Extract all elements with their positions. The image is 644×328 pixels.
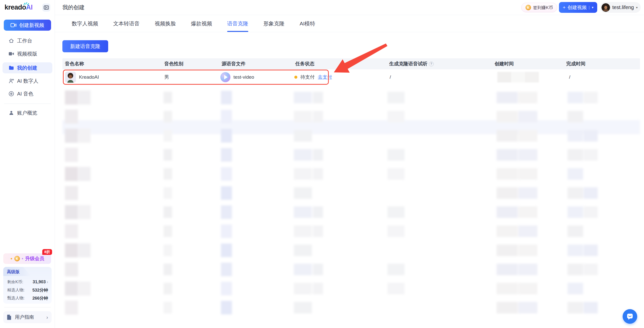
play-audio-icon[interactable] — [220, 72, 230, 82]
blurred-cell — [497, 245, 518, 256]
blurred-cell — [164, 206, 172, 218]
create-new-video-button[interactable]: 创建新视频 — [4, 20, 51, 31]
blurred-cell — [164, 168, 172, 180]
tab-viral-video[interactable]: 爆款视频 — [191, 15, 212, 32]
blurred-cell — [497, 187, 518, 199]
tab-digital-human-video[interactable]: 数字人视频 — [72, 15, 98, 32]
column-voice-gender: 音色性别 — [164, 58, 183, 69]
tab-voice-clone[interactable]: 语音克隆 — [227, 15, 248, 32]
sidebar-item-label: 工作台 — [17, 37, 32, 44]
sidebar-item-my-creations[interactable]: 我的创建 — [3, 62, 52, 73]
blurred-cell — [313, 264, 323, 275]
blurred-cell — [584, 149, 598, 161]
new-voice-clone-button[interactable]: 新建语音克隆 — [62, 40, 108, 52]
blurred-cell — [294, 130, 312, 142]
blurred-cell — [313, 283, 323, 294]
plan-row-value: 31,903 — [33, 279, 46, 285]
blurred-cell — [294, 283, 312, 294]
plan-row-label: 剩余K币: — [7, 279, 23, 285]
blurred-cell — [568, 302, 583, 313]
sidebar-item-ai-voice[interactable]: AI 音色 — [0, 87, 55, 100]
info-icon[interactable]: ? — [429, 62, 434, 66]
sidebar-item-video-templates[interactable]: 视频模版 — [0, 47, 55, 60]
blurred-cell — [65, 110, 78, 124]
create-video-button[interactable]: + 创建视频 | ▾ — [559, 2, 597, 13]
blurred-cell — [518, 168, 537, 180]
logo-row: kreadoAI — [5, 4, 52, 13]
blurred-cell — [568, 283, 583, 294]
upgrade-membership-button[interactable]: ✦ K ✦ 升级会员 — [3, 253, 51, 264]
tab-image-clone[interactable]: 形象克隆 — [263, 15, 285, 32]
blurred-cell — [518, 92, 537, 103]
status-text: 待支付 — [300, 74, 315, 80]
tab-text-to-speech[interactable]: 文本转语音 — [113, 15, 140, 32]
plan-row-kcoin[interactable]: 剩余K币: 31,903› — [7, 279, 48, 285]
blurred-cell — [584, 92, 598, 103]
blurred-cell — [221, 91, 232, 104]
blurred-cell — [78, 205, 91, 219]
blurred-cell — [568, 149, 583, 161]
plan-row-label: 精选人物: — [7, 288, 24, 293]
sidebar-item-account-overview[interactable]: 账户概览 — [0, 106, 55, 119]
sidebar-item-ai-avatar[interactable]: AI 数字人 — [0, 74, 55, 87]
tab-face-swap[interactable]: 视频换脸 — [155, 15, 176, 32]
blurred-cell — [387, 92, 405, 103]
blurred-cell — [65, 90, 78, 105]
user-guide-button[interactable]: 用户指南 › — [3, 311, 52, 323]
blurred-cell — [518, 111, 537, 122]
blurred-cell — [568, 92, 583, 103]
blurred-cell — [497, 92, 518, 103]
user-account-menu[interactable]: test.lifeng ▾ — [600, 2, 641, 13]
blurred-cell — [78, 167, 91, 181]
table-row[interactable]: KreadoAI 男 test-video 待支付 去支付 / / — [62, 69, 640, 85]
blurred-cell — [518, 149, 537, 161]
blurred-cell — [294, 206, 312, 218]
person-icon — [9, 110, 14, 116]
blurred-cell — [584, 187, 598, 199]
blurred-cell — [221, 186, 232, 200]
blurred-cell — [568, 111, 583, 122]
blurred-cell — [313, 111, 323, 122]
plan-row-value: 532分钟 — [32, 287, 48, 293]
blurred-cell — [221, 129, 232, 143]
blurred-cell — [497, 149, 518, 161]
blurred-cell — [387, 225, 405, 237]
cell-audio-preview: / — [390, 69, 391, 85]
plan-name: 高级版 — [7, 269, 20, 275]
go-pay-link[interactable]: 去支付 — [318, 74, 332, 80]
blurred-cell — [497, 111, 518, 122]
blurred-cell — [497, 225, 518, 237]
redacted-block — [497, 72, 539, 82]
tab-ai-model[interactable]: AI模特 — [300, 15, 315, 32]
topbar: 我的创建 K 签到赚K币 + 创建视频 | ▾ test.lifeng ▾ — [55, 0, 644, 15]
blurred-cell — [387, 264, 405, 275]
create-video-label: 创建视频 — [568, 4, 587, 11]
sidebar-divider — [4, 104, 51, 104]
blurred-cell — [78, 90, 91, 105]
sidebar-item-workbench[interactable]: 工作台 — [0, 34, 55, 47]
upgrade-label: 升级会员 — [25, 255, 44, 262]
column-voice-name: 音色名称 — [65, 58, 84, 69]
blurred-row-highlight — [62, 120, 640, 134]
blurred-cell — [497, 264, 518, 275]
blurred-cell — [568, 264, 583, 275]
plus-icon: + — [563, 5, 566, 10]
blurred-cell — [221, 263, 232, 276]
source-file-name: test-video — [233, 74, 254, 80]
sidebar-collapse-button[interactable] — [42, 4, 50, 12]
blurred-cell — [164, 283, 172, 294]
blurred-cell — [497, 302, 518, 313]
k-coin-icon: K — [526, 5, 531, 10]
sidebar-item-label: 视频模版 — [17, 51, 37, 57]
chevron-right-icon: › — [47, 280, 48, 284]
chat-support-button[interactable] — [623, 309, 637, 324]
blurred-cell — [294, 111, 312, 122]
sparkle-icon: ✦ — [21, 257, 24, 260]
column-complete-time: 完成时间 — [566, 58, 585, 69]
page-title: 我的创建 — [62, 0, 85, 15]
blurred-table-content — [62, 88, 640, 328]
plan-row-featured: 精选人物: 532分钟 — [7, 287, 48, 293]
blurred-cell — [584, 245, 598, 256]
checkin-earn-kcoin-button[interactable]: K 签到赚K币 — [521, 3, 557, 12]
blurred-cell — [65, 148, 78, 162]
